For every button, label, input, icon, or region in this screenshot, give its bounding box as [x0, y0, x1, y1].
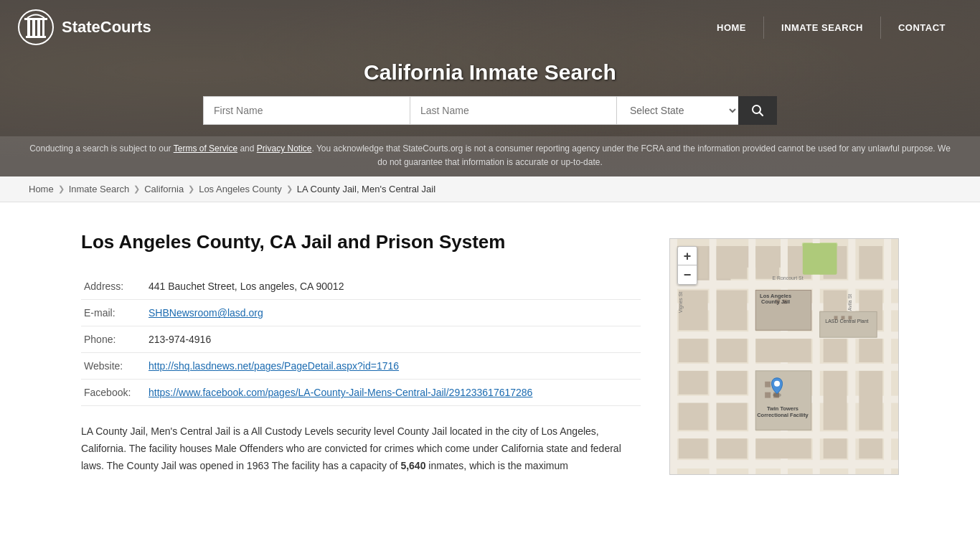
- header-content: StateCourts HOME INMATE SEARCH CONTACT C…: [0, 0, 980, 176]
- svg-rect-61: [717, 439, 748, 459]
- terms-link[interactable]: Terms of Service: [174, 143, 237, 154]
- svg-rect-54: [765, 392, 771, 398]
- svg-text:Twin Towers: Twin Towers: [767, 405, 798, 412]
- page-title: California Inmate Search: [364, 60, 616, 85]
- info-section: Los Angeles County, CA Jail and Prison S…: [81, 231, 641, 474]
- address-row: Address: 441 Bauchet Street, Los angeles…: [81, 273, 641, 300]
- nav-inmate-search[interactable]: INMATE SEARCH: [763, 17, 880, 39]
- svg-rect-49: [679, 371, 708, 395]
- email-label: E-mail:: [81, 300, 146, 326]
- facility-info-table: Address: 441 Bauchet Street, Los angeles…: [81, 273, 641, 406]
- svg-text:Vignes St: Vignes St: [678, 292, 684, 314]
- map-zoom-controls: + −: [677, 246, 697, 285]
- breadcrumb-state[interactable]: California: [144, 184, 184, 194]
- site-header: StateCourts HOME INMATE SEARCH CONTACT C…: [0, 0, 980, 176]
- svg-rect-21: [710, 239, 717, 474]
- breadcrumb-sep-4: ❯: [286, 184, 293, 194]
- svg-rect-75: [803, 243, 837, 275]
- breadcrumb-county[interactable]: Los Angeles County: [199, 184, 282, 194]
- phone-row: Phone: 213-974-4916: [81, 326, 641, 353]
- logo-icon: [17, 9, 55, 46]
- svg-rect-33: [679, 291, 708, 331]
- svg-rect-29: [755, 246, 779, 279]
- svg-rect-4: [32, 20, 35, 36]
- nav-home[interactable]: HOME: [699, 17, 763, 39]
- email-link[interactable]: SHBNewsroom@lasd.org: [149, 307, 263, 319]
- website-row: Website: http://shq.lasdnews.net/pages/P…: [81, 353, 641, 380]
- map-section: + −: [669, 238, 899, 475]
- svg-rect-3: [27, 20, 30, 36]
- disclaimer-text3: . You acknowledge that StateCourts.org i…: [311, 143, 950, 167]
- facility-description: LA County Jail, Men's Central Jail is a …: [81, 423, 641, 474]
- svg-rect-60: [679, 439, 708, 459]
- search-button[interactable]: [738, 96, 777, 125]
- svg-rect-34: [717, 291, 748, 331]
- facility-heading: Los Angeles County, CA Jail and Prison S…: [81, 231, 641, 253]
- svg-rect-22: [748, 239, 755, 474]
- svg-rect-56: [824, 371, 847, 430]
- facebook-link[interactable]: https://www.facebook.com/pages/LA-County…: [149, 387, 532, 398]
- first-name-input[interactable]: [203, 96, 410, 125]
- svg-text:LASD Central Plant: LASD Central Plant: [825, 319, 868, 324]
- website-label: Website:: [81, 353, 146, 380]
- svg-text:Los Angeles: Los Angeles: [760, 293, 791, 299]
- svg-rect-50: [717, 371, 748, 395]
- breadcrumb-current: LA County Jail, Men's Central Jail: [297, 184, 435, 194]
- search-form: Select State AlabamaAlaskaArizona Arkans…: [203, 96, 777, 125]
- facebook-label: Facebook:: [81, 380, 146, 406]
- svg-rect-58: [679, 403, 708, 430]
- svg-rect-47: [824, 339, 847, 363]
- svg-rect-64: [859, 439, 882, 459]
- website-link[interactable]: http://shq.lasdnews.net/pages/PageDetail…: [149, 360, 399, 372]
- breadcrumb-home[interactable]: Home: [29, 184, 54, 194]
- svg-rect-28: [717, 246, 748, 279]
- breadcrumb: Home ❯ Inmate Search ❯ California ❯ Los …: [0, 176, 980, 202]
- svg-rect-44: [679, 339, 708, 363]
- description-text2: inmates, which is the maximum: [425, 460, 567, 471]
- logo-text: StateCourts: [62, 18, 151, 37]
- email-row: E-mail: SHBNewsroom@lasd.org: [81, 300, 641, 326]
- disclaimer-text1: Conducting a search is subject to our: [29, 143, 174, 154]
- nav-bar: StateCourts HOME INMATE SEARCH CONTACT: [0, 0, 980, 55]
- svg-text:Correctional Facility: Correctional Facility: [757, 413, 809, 419]
- svg-rect-46: [755, 339, 811, 363]
- nav-links: HOME INMATE SEARCH CONTACT: [699, 17, 963, 39]
- phone-label: Phone:: [81, 326, 146, 353]
- svg-rect-6: [42, 20, 44, 36]
- email-value: SHBNewsroom@lasd.org: [146, 300, 641, 326]
- facebook-value: https://www.facebook.com/pages/LA-County…: [146, 380, 641, 406]
- website-value: http://shq.lasdnews.net/pages/PageDetail…: [146, 353, 641, 380]
- address-value: 441 Bauchet Street, Los angeles, CA 9001…: [146, 273, 641, 300]
- main-content: Los Angeles County, CA Jail and Prison S…: [38, 209, 942, 504]
- svg-rect-32: [859, 246, 882, 279]
- svg-text:Avila St: Avila St: [847, 294, 852, 311]
- svg-rect-1: [26, 36, 46, 38]
- svg-rect-59: [717, 403, 748, 430]
- breadcrumb-inmate-search[interactable]: Inmate Search: [69, 184, 130, 194]
- last-name-input[interactable]: [410, 96, 616, 125]
- svg-point-74: [774, 381, 780, 387]
- map-svg: Vignes St E Roncourt St Avila St Los Ang…: [670, 239, 898, 474]
- svg-rect-51: [755, 371, 811, 430]
- privacy-link[interactable]: Privacy Notice: [257, 143, 312, 154]
- disclaimer-bar: Conducting a search is subject to our Te…: [0, 136, 980, 176]
- svg-rect-48: [859, 339, 882, 363]
- svg-text:County Jail: County Jail: [761, 299, 790, 306]
- capacity-value: 5,640: [400, 460, 425, 471]
- map-zoom-in[interactable]: +: [678, 247, 697, 265]
- disclaimer-text2: and: [237, 143, 257, 154]
- map-zoom-out[interactable]: −: [678, 265, 697, 284]
- svg-rect-5: [37, 20, 40, 36]
- svg-line-8: [760, 113, 763, 116]
- breadcrumb-sep-1: ❯: [58, 184, 65, 194]
- svg-rect-63: [824, 439, 847, 459]
- facebook-row: Facebook: https://www.facebook.com/pages…: [81, 380, 641, 406]
- nav-contact[interactable]: CONTACT: [880, 17, 963, 39]
- svg-rect-25: [848, 239, 855, 474]
- search-icon: [751, 104, 764, 117]
- svg-rect-57: [859, 371, 882, 430]
- logo-link[interactable]: StateCourts: [17, 9, 151, 46]
- state-select[interactable]: Select State AlabamaAlaskaArizona Arkans…: [616, 96, 738, 125]
- svg-rect-45: [717, 339, 748, 363]
- breadcrumb-sep-3: ❯: [188, 184, 194, 194]
